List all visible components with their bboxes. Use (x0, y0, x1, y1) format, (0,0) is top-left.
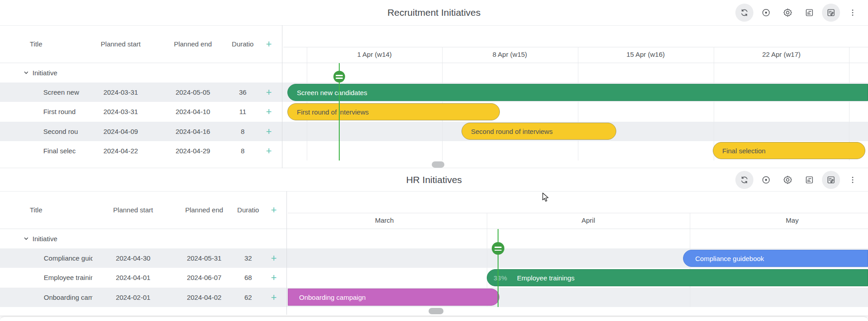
scale-top-border (283, 47, 868, 47)
kebab-menu-icon[interactable] (844, 171, 862, 189)
cell-title[interactable]: Employee trainin (44, 268, 92, 287)
scale-cell-week16: 15 Apr (w16) (626, 50, 665, 58)
row-add-button[interactable]: + (258, 141, 280, 160)
project-start-marker-icon[interactable] (492, 242, 504, 255)
chevron-down-icon[interactable] (23, 235, 29, 243)
table-row[interactable]: Second rou 2024-04-09 2024-04-16 8 + (0, 122, 281, 141)
toolbar-recruitment: Recruitment Initiatives (0, 0, 868, 26)
cell-planned-start[interactable]: 2024-03-31 (83, 83, 158, 102)
gear-icon[interactable] (779, 4, 797, 22)
cell-planned-start[interactable]: 2024-02-01 (92, 288, 174, 307)
add-column-button[interactable]: + (263, 191, 285, 229)
cell-planned-start[interactable]: 2024-04-30 (92, 248, 174, 268)
grid-timeline-splitter[interactable] (282, 25, 282, 168)
scale-cell-march: March (375, 216, 394, 224)
column-header-duration[interactable]: Duratio (235, 191, 262, 229)
cell-title[interactable]: Final selec (43, 141, 83, 160)
column-header-planned-end[interactable]: Planned end (174, 191, 235, 229)
cell-duration[interactable]: 8 (228, 141, 258, 160)
scale-cell-week17: 22 Apr (w17) (762, 50, 800, 58)
sync-icon[interactable] (735, 4, 753, 22)
task-bar-onboarding-campaign[interactable]: Onboarding campaign (288, 289, 499, 306)
cell-duration[interactable]: 32 (235, 248, 262, 268)
task-bar-compliance-guidebook[interactable]: Compliance guidebook (683, 250, 868, 267)
cell-title[interactable]: First round (43, 102, 83, 121)
cell-planned-end[interactable]: 2024-05-05 (158, 83, 228, 102)
cell-planned-start[interactable]: 2024-04-01 (92, 268, 174, 287)
mouse-cursor (541, 193, 550, 202)
panel-recruitment: Recruitment Initiatives (0, 0, 868, 168)
task-bar-final-selection[interactable]: Final selection (713, 142, 865, 159)
group-row-label: Initiative (32, 69, 57, 77)
row-add-button[interactable]: + (258, 122, 280, 141)
next-panel-edge (0, 317, 868, 321)
cell-duration[interactable]: 11 (228, 102, 258, 121)
table-row[interactable]: First round 2024-03-31 2024-04-10 11 + (0, 102, 281, 121)
task-bar-employee-trainings[interactable]: 33% Employee trainings (487, 269, 868, 286)
cell-title[interactable]: Second rou (43, 122, 83, 141)
taskboard-icon[interactable] (822, 4, 840, 22)
target-icon[interactable] (757, 4, 775, 22)
task-bar-first-round[interactable]: First round of interviews (287, 103, 500, 120)
table-row[interactable]: Final selec 2024-04-22 2024-04-29 8 + (0, 141, 281, 160)
cell-duration[interactable]: 36 (228, 83, 258, 102)
chevron-down-icon[interactable] (23, 69, 29, 77)
cell-title[interactable]: Compliance guid (44, 248, 92, 268)
scale-cell-week14: 1 Apr (w14) (357, 50, 392, 58)
table-row[interactable]: Onboarding cam 2024-02-01 2024-04-02 62 … (0, 288, 286, 307)
cell-title[interactable]: Onboarding cam (44, 288, 92, 307)
target-icon[interactable] (757, 171, 775, 189)
cell-planned-start[interactable]: 2024-03-31 (83, 102, 158, 121)
cell-planned-end[interactable]: 2024-04-10 (158, 102, 228, 121)
row-add-button[interactable]: + (263, 248, 285, 268)
cell-duration[interactable]: 8 (228, 122, 258, 141)
project-start-marker-icon[interactable] (333, 71, 345, 83)
task-bar-screen-new-candidates[interactable]: Screen new candidates (287, 84, 868, 101)
toolbar-hr: HR Initiatives (0, 168, 868, 192)
table-row[interactable]: Screen new 2024-03-31 2024-05-05 36 + (0, 83, 281, 102)
horizontal-scrollbar-thumb[interactable] (429, 308, 443, 314)
row-add-button[interactable]: + (258, 83, 280, 102)
table-row[interactable]: Compliance guid 2024-04-30 2024-05-31 32… (0, 248, 286, 268)
table-row[interactable]: Employee trainin 2024-04-01 2024-06-07 6… (0, 268, 286, 287)
cell-planned-end[interactable]: 2024-05-31 (174, 248, 235, 268)
cell-title[interactable]: Screen new (43, 83, 83, 102)
add-column-button[interactable]: + (258, 25, 280, 63)
table-row-group[interactable]: Initiative (0, 63, 281, 83)
progress-label: 33% (494, 274, 507, 282)
gear-icon[interactable] (779, 171, 797, 189)
panel-hr: HR Initiatives (0, 168, 868, 316)
task-bar-second-round[interactable]: Second round of interviews (462, 123, 616, 140)
notes-icon[interactable] (800, 4, 818, 22)
taskboard-icon[interactable] (822, 171, 840, 189)
column-header-title[interactable]: Title (30, 25, 42, 63)
column-header-planned-start[interactable]: Planned start (92, 191, 174, 229)
cell-planned-end[interactable]: 2024-04-29 (158, 141, 228, 160)
cell-planned-end[interactable]: 2024-06-07 (174, 268, 235, 287)
column-header-planned-end[interactable]: Planned end (158, 25, 228, 63)
row-add-button[interactable]: + (263, 268, 285, 287)
cell-planned-end[interactable]: 2024-04-16 (158, 122, 228, 141)
today-line (498, 229, 499, 307)
scale-cell-week15: 8 Apr (w15) (493, 50, 527, 58)
column-header-title[interactable]: Title (30, 191, 42, 229)
cell-duration[interactable]: 62 (235, 288, 262, 307)
grid-timeline-splitter[interactable] (286, 191, 287, 315)
kebab-menu-icon[interactable] (844, 4, 862, 22)
row-add-button[interactable]: + (258, 102, 280, 121)
table-row-group[interactable]: Initiative (0, 229, 286, 248)
scale-cell-april: April (582, 216, 595, 224)
row-add-button[interactable]: + (263, 288, 285, 307)
scale-cell-may: May (786, 216, 799, 224)
column-header-duration[interactable]: Duratio (228, 25, 258, 63)
sync-icon[interactable] (735, 171, 753, 189)
cell-planned-end[interactable]: 2024-04-02 (174, 288, 235, 307)
notes-icon[interactable] (800, 171, 818, 189)
scale-top-border (288, 213, 868, 213)
horizontal-scrollbar-thumb[interactable] (432, 161, 444, 168)
cell-planned-start[interactable]: 2024-04-22 (83, 141, 158, 160)
cell-planned-start[interactable]: 2024-04-09 (83, 122, 158, 141)
cell-duration[interactable]: 68 (235, 268, 262, 287)
group-row-label: Initiative (32, 235, 57, 243)
column-header-planned-start[interactable]: Planned start (83, 25, 158, 63)
